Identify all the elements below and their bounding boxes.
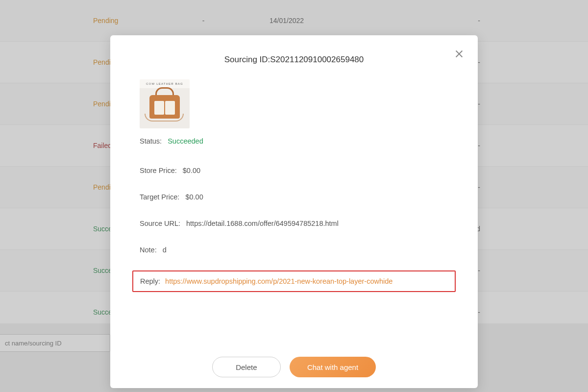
reply-field-highlight: Reply: https://www.supdropshipping.com/p… xyxy=(132,270,456,292)
note-label: Note: xyxy=(140,246,157,254)
thumbnail-label: COW LEATHER BAG xyxy=(140,82,190,85)
sourcing-detail-modal: Sourcing ID:S2021120910002659480 COW LEA… xyxy=(110,35,478,388)
modal-title: Sourcing ID:S2021120910002659480 xyxy=(110,35,478,65)
chat-with-agent-button[interactable]: Chat with agent xyxy=(290,357,376,377)
source-url-field: Source URL: https://detail.1688.com/offe… xyxy=(140,220,448,227)
bag-icon xyxy=(145,114,184,122)
note-field: Note: d xyxy=(140,246,448,254)
modal-body: COW LEATHER BAG Status: Succeeded Store … xyxy=(110,65,478,292)
close-button[interactable] xyxy=(452,47,466,61)
reply-label: Reply: xyxy=(140,277,160,285)
source-url-label: Source URL: xyxy=(140,220,180,227)
status-value: Succeeded xyxy=(168,137,203,145)
reply-link[interactable]: https://www.supdropshipping.com/p/2021-n… xyxy=(165,277,392,285)
product-thumbnail[interactable]: COW LEATHER BAG xyxy=(140,79,190,128)
target-price-field: Target Price: $0.00 xyxy=(140,193,448,201)
source-url-value: https://detail.1688.com/offer/6495947852… xyxy=(186,220,339,227)
delete-button[interactable]: Delete xyxy=(212,357,281,377)
store-price-value: $0.00 xyxy=(183,167,200,174)
status-label: Status: xyxy=(140,137,162,145)
target-price-value: $0.00 xyxy=(185,193,203,201)
modal-footer: Delete Chat with agent xyxy=(110,357,478,377)
close-icon xyxy=(454,49,465,59)
status-field: Status: Succeeded xyxy=(140,137,448,145)
store-price-label: Store Price: xyxy=(140,167,177,174)
note-value: d xyxy=(163,246,167,254)
store-price-field: Store Price: $0.00 xyxy=(140,167,448,174)
target-price-label: Target Price: xyxy=(140,193,179,201)
